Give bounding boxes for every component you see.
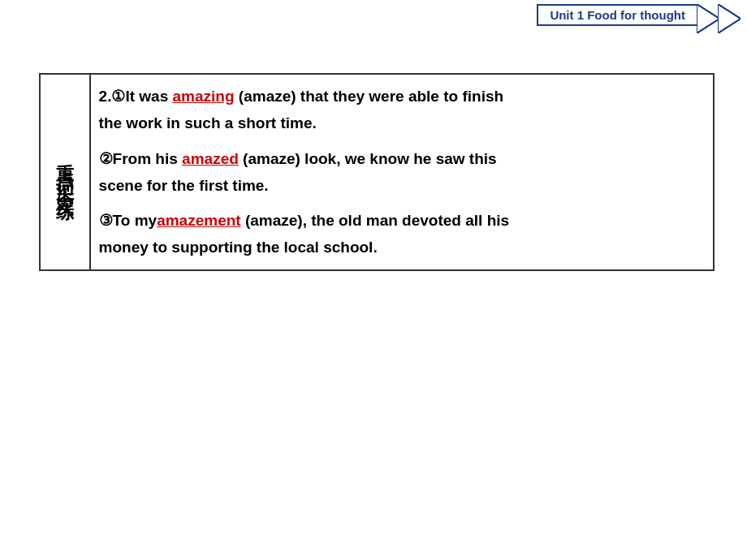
sentence-3-number: ③ (99, 212, 113, 229)
sentence-1-number: 2.① (99, 88, 126, 105)
section-label: 重点词汇夯实练 (40, 74, 90, 270)
svg-marker-6 (718, 4, 741, 33)
sentence-3-continuation: money to supporting the local school. (99, 239, 378, 256)
sentence-1-before: It was (125, 88, 172, 105)
main-content: 重点词汇夯实练 2.①It was amazing (amaze) that t… (39, 73, 715, 271)
arrow-icon-2 (718, 4, 741, 26)
unit-label: Unit 1 Food for thought (537, 4, 697, 26)
sentence-3-blank: amazement (157, 212, 241, 229)
sentence-1-after: (amaze) that they were able to finish (235, 88, 504, 105)
sentence-2: ②From his amazed (amaze) look, we know h… (99, 145, 705, 200)
sentence-3-after: (amaze), the old man devoted all his (241, 212, 509, 229)
sentence-3-before: To my (113, 212, 158, 229)
sentence-1-blank: amazing (173, 88, 235, 105)
sentences-cell: 2.①It was amazing (amaze) that they were… (90, 74, 714, 270)
sentence-1-continuation: the work in such a short time. (99, 114, 317, 131)
svg-marker-1 (697, 4, 719, 33)
content-table: 重点词汇夯实练 2.①It was amazing (amaze) that t… (39, 73, 715, 271)
arrow-icon (697, 4, 719, 26)
sentence-2-after: (amaze) look, we know he saw this (239, 150, 497, 167)
sentence-2-before: From his (113, 150, 183, 167)
sentence-2-number: ② (99, 150, 113, 167)
unit-banner: Unit 1 Food for thought (537, 4, 741, 26)
sentence-2-blank: amazed (182, 150, 239, 167)
sentence-2-continuation: scene for the first time. (99, 177, 269, 194)
sentence-1: 2.①It was amazing (amaze) that they were… (99, 83, 705, 137)
sentence-3: ③To myamazement (amaze), the old man dev… (99, 207, 705, 261)
